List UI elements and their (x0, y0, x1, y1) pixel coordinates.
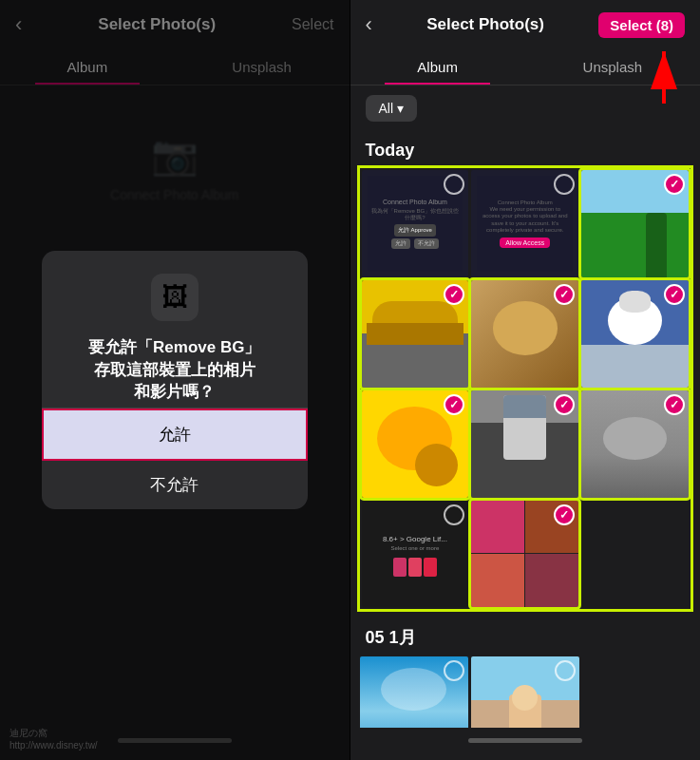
photo-select-dot-2 (554, 174, 575, 195)
photo-cell-connect2[interactable]: Connect Photo AlbumWe need your permissi… (471, 170, 578, 277)
permission-dialog: 🖼 要允許「Remove BG」存取這部裝置上的相片和影片嗎？ 允許 不允許 (42, 251, 308, 509)
left-panel: ‹ Select Photo(s) Select Album Unsplash … (0, 0, 350, 760)
photos-scroll[interactable]: Today Connect Photo Album 我為何「Remove BG」… (350, 131, 701, 728)
photo-cell-seagull[interactable]: ✓ (581, 390, 689, 498)
photo-cell-bird[interactable]: ✓ (581, 280, 689, 388)
photo-cell-sky[interactable]: ✓ (581, 170, 689, 277)
photo-cell-dog[interactable]: ✓ (471, 280, 578, 388)
right-select-badge[interactable]: Select (8) (598, 12, 685, 38)
right-home-indicator (468, 738, 582, 743)
filter-label: All (379, 101, 394, 116)
dialog-photo-icon: 🖼 (151, 274, 199, 321)
deny-button[interactable]: 不允許 (42, 461, 308, 509)
photo-select-dot-6: ✓ (664, 284, 685, 305)
allow-button[interactable]: 允許 (42, 408, 308, 461)
photo-cell-connect1[interactable]: Connect Photo Album 我為何「Remove BG」你也想說些什… (362, 170, 469, 277)
section-january: 05 1月 (360, 617, 691, 656)
filter-button[interactable]: All ▾ (366, 95, 418, 122)
section-today: Today (360, 131, 691, 168)
dialog-buttons: 允許 不允許 (42, 408, 308, 509)
photo-select-dot-10 (444, 504, 464, 525)
right-tab-album[interactable]: Album (350, 49, 525, 85)
permission-dialog-overlay: 🖼 要允許「Remove BG」存取這部裝置上的相片和影片嗎？ 允許 不允許 (0, 0, 350, 760)
photo-cell-lemon[interactable]: ✓ (362, 390, 469, 498)
right-back-button[interactable]: ‹ (366, 12, 372, 37)
photo-select-dot-5: ✓ (554, 284, 575, 305)
dialog-title: 要允許「Remove BG」存取這部裝置上的相片和影片嗎？ (42, 329, 308, 408)
right-home-bar (350, 728, 701, 760)
today-photo-grid: Connect Photo Album 我為何「Remove BG」你也想說些什… (360, 168, 691, 609)
photo-select-dot-4: ✓ (444, 284, 464, 305)
photo-select-dot-3: ✓ (664, 174, 685, 195)
photo-select-dot-11: ✓ (554, 504, 575, 525)
photo-cell-app[interactable]: 8.6+ > Google Lif... Select one or more (362, 501, 469, 608)
photo-cell-car[interactable]: ✓ (362, 280, 469, 388)
filter-bar: All ▾ (350, 86, 701, 131)
photo-cell-collage[interactable]: ✓ (471, 501, 578, 608)
photo-cell-water[interactable] (360, 656, 468, 728)
photo-select-dot-7: ✓ (444, 394, 464, 415)
right-nav-bar: ‹ Select Photo(s) Select (8) (350, 0, 701, 49)
january-photo-grid (360, 656, 691, 728)
photo-cell-girl[interactable]: ✓ (471, 390, 578, 498)
right-tab-bar: Album Unsplash (350, 49, 701, 86)
right-tab-unsplash[interactable]: Unsplash (525, 49, 700, 85)
right-nav-title: Select Photo(s) (426, 15, 544, 34)
photo-select-dot-9: ✓ (664, 394, 685, 415)
photo-cell-baby[interactable] (471, 656, 579, 728)
photo-select-dot-12 (444, 660, 464, 681)
photo-select-dot-8: ✓ (554, 394, 575, 415)
filter-arrow-icon: ▾ (397, 101, 404, 116)
right-panel: ‹ Select Photo(s) Select (8) Album Unspl… (350, 0, 701, 760)
